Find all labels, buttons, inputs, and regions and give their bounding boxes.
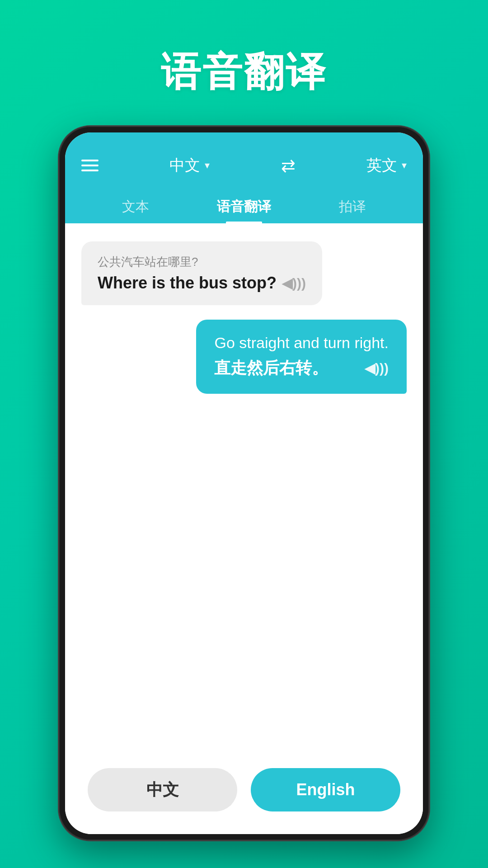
swap-languages-button[interactable]: ⇄ xyxy=(281,156,296,175)
target-lang-selector[interactable]: 英文 ▾ xyxy=(366,155,407,176)
swap-icon: ⇄ xyxy=(281,156,296,175)
source-lang-chevron: ▾ xyxy=(205,160,210,171)
target-lang-label: 英文 xyxy=(366,155,397,176)
bubble-left-maintext: Where is the bus stop? ◀))) xyxy=(98,274,306,292)
header-top: 中文 ▾ ⇄ 英文 ▾ xyxy=(81,155,407,176)
app-header: 中文 ▾ ⇄ 英文 ▾ 文本 语音翻译 xyxy=(65,132,423,223)
chinese-mic-button[interactable]: 中文 xyxy=(88,768,237,811)
bubble-right-sound-icon[interactable]: ◀))) xyxy=(365,360,389,376)
bubble-right-subtext: 直走然后右转。 ◀))) xyxy=(214,357,389,379)
tab-voice-translate[interactable]: 语音翻译 xyxy=(190,190,298,223)
source-lang-selector[interactable]: 中文 ▾ xyxy=(169,155,210,176)
page-title: 语音翻译 xyxy=(161,45,327,99)
phone-frame: 中文 ▾ ⇄ 英文 ▾ 文本 语音翻译 xyxy=(59,126,429,840)
english-mic-button[interactable]: English xyxy=(251,768,400,811)
menu-icon[interactable] xyxy=(81,160,99,171)
bottom-bar: 中文 English xyxy=(65,757,423,834)
message-bubble-left[interactable]: 公共汽车站在哪里? Where is the bus stop? ◀))) xyxy=(81,241,322,305)
chat-area: 公共汽车站在哪里? Where is the bus stop? ◀))) Go… xyxy=(65,223,423,757)
bubble-right-maintext: Go straight and turn right. xyxy=(214,334,389,352)
tab-bar: 文本 语音翻译 拍译 xyxy=(81,190,407,223)
tab-text[interactable]: 文本 xyxy=(81,190,190,223)
target-lang-chevron: ▾ xyxy=(402,160,407,171)
message-bubble-right[interactable]: Go straight and turn right. 直走然后右转。 ◀))) xyxy=(196,320,407,394)
source-lang-label: 中文 xyxy=(169,155,200,176)
phone-screen: 中文 ▾ ⇄ 英文 ▾ 文本 语音翻译 xyxy=(65,132,423,834)
bubble-left-subtext: 公共汽车站在哪里? xyxy=(98,254,306,270)
bubble-left-sound-icon[interactable]: ◀))) xyxy=(282,275,306,291)
tab-photo-translate[interactable]: 拍译 xyxy=(298,190,407,223)
